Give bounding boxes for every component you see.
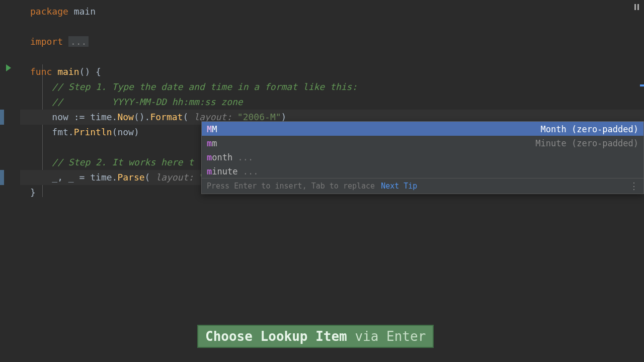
param-hint: layout: <box>188 112 237 122</box>
completion-label: MM <box>207 123 217 134</box>
completion-desc: Month (zero-padded) <box>541 123 638 134</box>
completion-item[interactable]: MM Month (zero-padded) <box>202 122 643 136</box>
code-line[interactable] <box>20 19 644 34</box>
completion-item[interactable]: mm Minute (zero-padded) <box>202 136 643 150</box>
comment: // YYYY-MM-DD hh:mm:ss zone <box>52 97 243 107</box>
function-call: Parse <box>117 172 144 183</box>
completion-item[interactable]: minute ... <box>202 164 643 178</box>
completion-popup[interactable]: MM Month (zero-padded) mm Minute (zero-p… <box>201 121 644 194</box>
code-line[interactable]: // Step 1. Type the date and time in a f… <box>20 79 644 95</box>
keyword: package <box>30 6 68 17</box>
completion-desc: Minute (zero-padded) <box>535 137 638 148</box>
comment: // Step 1. Type the date and time in a f… <box>52 81 357 92</box>
code-line[interactable]: // YYYY-MM-DD hh:mm:ss zone <box>20 95 644 110</box>
popup-hint: Press Enter to insert, Tab to replace <box>207 182 375 191</box>
comment: // Step 2. It works here t <box>52 157 194 167</box>
action-overlay: Choose Lookup Item via Enter <box>197 325 434 348</box>
function-call: Now <box>117 112 134 122</box>
next-tip-link[interactable]: Next Tip <box>381 182 417 191</box>
more-icon[interactable]: ⋮ <box>629 182 638 191</box>
popup-footer: Press Enter to insert, Tab to replace Ne… <box>202 178 643 194</box>
keyword: func <box>30 66 52 77</box>
keyword: import <box>30 36 63 47</box>
param-hint: layout: <box>150 172 199 183</box>
string-literal: "2006-M" <box>237 112 281 122</box>
code-line[interactable]: import ... <box>20 34 644 49</box>
completion-item[interactable]: month ... <box>202 150 643 164</box>
code-line[interactable]: func main() { <box>20 64 644 79</box>
overlay-key: via Enter <box>347 329 426 344</box>
run-icon[interactable] <box>6 64 11 71</box>
punctuation: } <box>30 187 36 198</box>
code-line[interactable] <box>20 49 644 64</box>
punctuation: () { <box>79 66 101 77</box>
function-call: Format <box>150 112 183 122</box>
identifier: main <box>68 6 96 17</box>
function-name: main <box>52 66 79 77</box>
completion-label: minute ... <box>207 165 258 176</box>
code-line[interactable]: package main <box>20 4 644 19</box>
completion-label: mm <box>207 137 217 148</box>
overlay-action: Choose Lookup Item <box>205 329 347 344</box>
completion-label: month ... <box>207 151 253 162</box>
function-call: Println <box>74 127 112 137</box>
code-text: now := time. <box>52 112 117 122</box>
fold-region[interactable]: ... <box>68 36 89 47</box>
